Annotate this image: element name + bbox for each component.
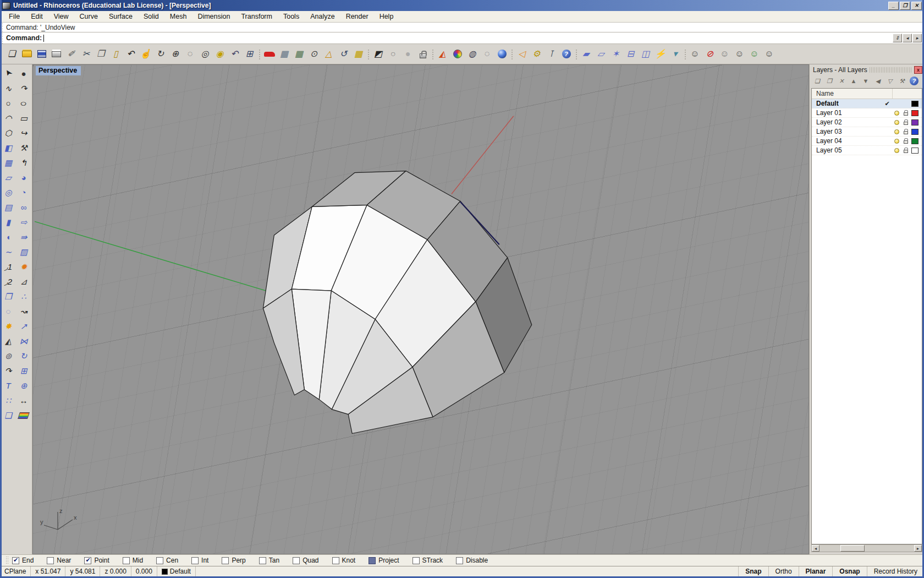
osnap-int-checkbox[interactable]: Int [191, 557, 208, 564]
spiral-icon[interactable]: ↺ [336, 46, 351, 62]
checkbox[interactable] [123, 557, 130, 564]
pointer-icon[interactable]: ➤ [1, 66, 16, 81]
status-ortho[interactable]: Ortho [768, 566, 799, 576]
command-next-button[interactable]: ▸ [912, 34, 922, 42]
zoom-plus-icon[interactable]: ⊕ [168, 46, 183, 62]
layer-lock-icon[interactable] [901, 148, 910, 153]
drag-grip[interactable] [6, 556, 9, 565]
mesh-icon[interactable]: ▨ [16, 244, 31, 259]
status-snap[interactable]: Snap [738, 566, 768, 576]
menu-item-surface[interactable]: Surface [103, 12, 138, 21]
copy-image-icon[interactable]: ☺ [717, 46, 732, 62]
status-delta[interactable]: 0.000 [131, 566, 157, 576]
cplane-vertical-icon[interactable]: ▦ [292, 46, 306, 62]
osnap-cen-checkbox[interactable]: Cen [156, 557, 178, 564]
viewport-title-tab[interactable]: Perspective [36, 66, 81, 75]
copy-icon[interactable]: ❐ [94, 46, 108, 62]
trim-icon[interactable]: ◧ [1, 140, 16, 155]
disable-image-icon[interactable]: ⊘ [702, 46, 717, 62]
checkbox[interactable] [369, 557, 376, 564]
scale-2d-icon[interactable]: ⊞ [16, 363, 31, 378]
checkbox[interactable] [156, 557, 163, 564]
blocks-icon[interactable]: ∷ [1, 393, 16, 408]
menu-item-edit[interactable]: Edit [25, 12, 48, 21]
layer-color-swatch[interactable] [911, 129, 919, 135]
grid-options-icon[interactable]: ▦ [351, 46, 366, 62]
toolbar-separator[interactable] [366, 46, 371, 62]
layers-header-row[interactable]: Name [812, 89, 922, 99]
arc-icon[interactable]: ◠ [1, 111, 16, 126]
close-button[interactable]: ✕ [911, 2, 922, 10]
menu-item-solid[interactable]: Solid [138, 12, 164, 21]
osnap-knot-checkbox[interactable]: Knot [332, 557, 356, 564]
car-icon[interactable] [262, 46, 277, 62]
print-icon[interactable] [49, 46, 64, 62]
checkbox[interactable] [456, 557, 463, 564]
checkbox[interactable] [259, 557, 266, 564]
cplane-icon[interactable]: ▦ [277, 46, 292, 62]
shade-toggle-icon[interactable]: ◩ [371, 46, 386, 62]
menu-item-file[interactable]: File [3, 12, 25, 21]
current-layer-check-icon[interactable]: ✔ [882, 100, 892, 107]
point-icon[interactable]: ● [16, 66, 31, 81]
lock-icon[interactable] [415, 46, 430, 62]
status-y[interactable]: y 54.081 [65, 566, 100, 576]
zoom-selected-icon[interactable]: ◉ [212, 46, 227, 62]
color-wheel-icon[interactable] [450, 46, 465, 62]
layer-color-swatch[interactable] [911, 101, 919, 107]
zoom-window-icon[interactable]: ◌ [183, 46, 197, 62]
puzzle-explode-icon[interactable]: ✸ [1, 319, 16, 334]
status-planar[interactable]: Planar [799, 566, 833, 576]
layer-row[interactable]: Layer 01 [812, 108, 922, 118]
paste-icon[interactable]: ▯ [108, 46, 123, 62]
circle-icon[interactable]: ○ [1, 96, 16, 111]
uv-edit-icon[interactable]: ▰ [579, 46, 593, 62]
layer-color-swatch[interactable] [911, 119, 919, 126]
menu-item-dimension[interactable]: Dimension [192, 12, 235, 21]
small-image-icon[interactable]: ☺ [762, 46, 777, 62]
direction-cone-icon[interactable]: ◁ [514, 46, 529, 62]
minimize-button[interactable]: _ [888, 2, 899, 10]
toolbar-separator[interactable] [257, 46, 262, 62]
undo-view-icon[interactable]: ↶ [227, 46, 242, 62]
freeform-icon[interactable]: ◖ [1, 230, 16, 244]
copy-layer-icon[interactable]: ❐ [824, 76, 835, 86]
extrude-surface-icon[interactable]: ⇨ [16, 215, 31, 230]
interpolated-curve-icon[interactable]: ↷ [16, 81, 31, 96]
surface-corner-icon[interactable]: ▱ [1, 170, 16, 185]
surface-points-icon[interactable]: ▤ [1, 200, 16, 215]
layer-visibility-bulb-icon[interactable] [892, 139, 901, 144]
panel-close-button[interactable]: x [914, 66, 922, 74]
layers-horizontal-scrollbar[interactable]: ◄ ► [811, 544, 922, 552]
cut-icon[interactable]: ✂ [79, 46, 94, 62]
measure-icon[interactable]: ⊺ [544, 46, 559, 62]
wireframe-sphere-icon[interactable]: ◍ [465, 46, 480, 62]
osnap-disable-checkbox[interactable]: Disable [456, 557, 488, 564]
layer-row[interactable]: Layer 05 [812, 146, 922, 155]
layer-visibility-bulb-icon[interactable] [892, 111, 901, 116]
color-balls-icon[interactable]: ⊚ [1, 348, 16, 363]
osnap-strack-checkbox[interactable]: STrack [413, 557, 443, 564]
layer-lock-icon[interactable] [901, 139, 910, 144]
y-axis-line[interactable] [35, 221, 266, 291]
mirror-icon[interactable]: ⋈ [16, 334, 31, 348]
layer-row[interactable]: Layer 04 [812, 137, 922, 146]
explode-icon[interactable]: ✹ [16, 259, 31, 274]
layer-row[interactable]: Default ✔ [812, 99, 922, 108]
open-file-icon[interactable] [19, 46, 34, 62]
torus-icon[interactable]: ◎ [1, 185, 16, 200]
rainbow-analyze-icon[interactable] [16, 408, 31, 423]
checkbox[interactable] [12, 557, 19, 564]
status-x[interactable]: x 51.047 [31, 566, 65, 576]
zoom-extents-icon[interactable]: ◎ [197, 46, 212, 62]
osnap-perp-checkbox[interactable]: Perp [222, 557, 245, 564]
checkbox[interactable] [84, 557, 91, 564]
scroll-right-arrow[interactable]: ► [914, 545, 922, 552]
scroll-left-arrow[interactable]: ◄ [812, 545, 820, 552]
layer-color-swatch[interactable] [911, 138, 919, 144]
text-icon[interactable]: T [1, 378, 16, 393]
shell-icon[interactable]: ◌ [1, 304, 16, 319]
status-record-history[interactable]: Record History [867, 566, 924, 576]
new-document-icon[interactable]: ❏ [4, 46, 19, 62]
x-axis-line[interactable] [452, 116, 514, 194]
